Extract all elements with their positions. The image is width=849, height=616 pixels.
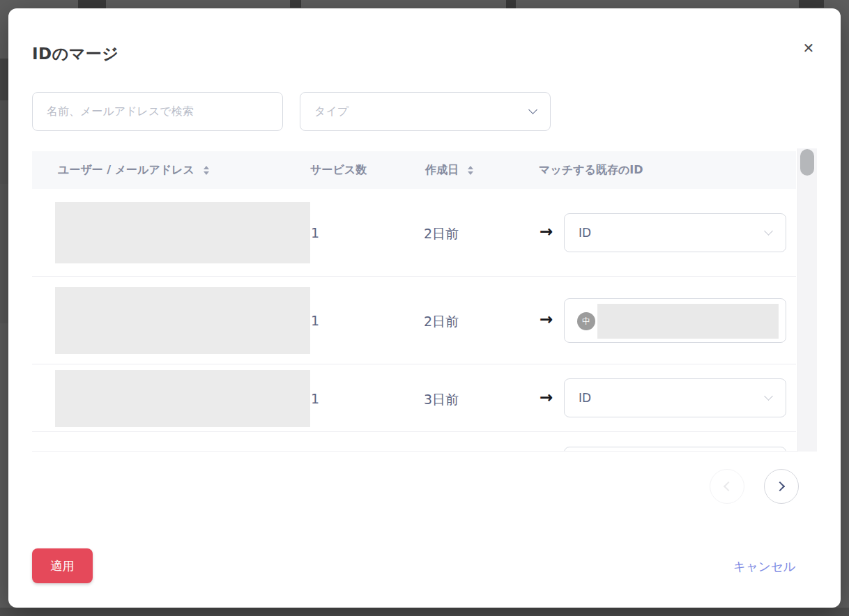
close-button[interactable]: ✕ <box>797 37 820 59</box>
merge-candidates-table: ユーザー / メールアドレス サービス数 作成日 マッチする既存のID 1 <box>32 151 804 452</box>
merge-id-dialog: IDのマージ ✕ タイプ ユーザー / メールアドレス サービス数 作成日 <box>8 8 841 608</box>
underlying-nav-fragment <box>506 0 516 8</box>
redacted-id-value <box>597 304 779 339</box>
merge-arrow-icon: → <box>540 388 553 406</box>
underlying-nav-fragment <box>78 0 106 8</box>
table-row: 1 3日前 → ID <box>32 364 796 432</box>
service-count-value: 1 <box>311 313 319 328</box>
table-scrollbar-track[interactable] <box>797 148 817 452</box>
created-date-value: 2日前 <box>424 225 459 243</box>
column-header-matching-id: マッチする既存のID <box>539 151 643 189</box>
column-header-user-email[interactable]: ユーザー / メールアドレス <box>58 151 209 189</box>
underlying-nav-fragment <box>290 0 301 8</box>
chevron-down-icon <box>764 392 773 401</box>
chevron-down-icon <box>528 105 537 114</box>
id-select[interactable]: ID <box>564 378 786 417</box>
created-date-value: 3日前 <box>424 391 459 409</box>
cancel-link[interactable]: キャンセル <box>733 558 796 575</box>
close-icon: ✕ <box>803 41 815 55</box>
table-scrollbar-thumb[interactable] <box>800 149 814 176</box>
redacted-user-block <box>55 202 310 263</box>
chevron-right-icon <box>775 482 785 491</box>
column-header-label: マッチする既存のID <box>539 163 643 178</box>
chevron-down-icon <box>764 226 773 236</box>
search-input[interactable] <box>32 92 283 131</box>
underlying-nav-fragment <box>799 0 824 8</box>
underlying-page-edge <box>0 59 8 100</box>
merge-arrow-icon: → <box>540 222 553 240</box>
created-date-value: 2日前 <box>424 313 459 331</box>
column-header-label: 作成日 <box>425 163 459 178</box>
id-select-placeholder: ID <box>579 391 591 405</box>
dialog-title: IDのマージ <box>32 43 118 65</box>
dimmed-backdrop: IDのマージ ✕ タイプ ユーザー / メールアドレス サービス数 作成日 <box>0 0 849 616</box>
service-count-value: 1 <box>311 225 319 240</box>
redacted-user-block <box>55 287 310 354</box>
sort-icon <box>468 166 473 175</box>
id-select[interactable] <box>564 447 786 452</box>
id-select-selected[interactable]: 中 <box>564 298 786 343</box>
type-select[interactable]: タイプ <box>300 92 551 131</box>
underlying-page-edge <box>0 100 8 184</box>
table-row: 1 2日前 → ID <box>32 189 796 277</box>
sort-icon <box>204 166 209 175</box>
column-header-label: サービス数 <box>310 163 367 178</box>
chevron-left-icon <box>724 482 733 491</box>
column-header-label: ユーザー / メールアドレス <box>58 163 194 178</box>
table-row-partial <box>32 432 796 452</box>
merge-arrow-icon: → <box>540 310 553 328</box>
column-header-created[interactable]: 作成日 <box>425 151 473 189</box>
type-select-placeholder: タイプ <box>314 105 349 119</box>
table-row: 1 2日前 → 中 <box>32 277 796 364</box>
service-count-value: 1 <box>311 391 319 406</box>
redacted-user-block <box>55 370 310 427</box>
underlying-page-edge <box>0 608 849 616</box>
pagination-next-button[interactable] <box>764 469 799 504</box>
id-select[interactable]: ID <box>564 213 786 252</box>
id-select-placeholder: ID <box>579 226 591 240</box>
pagination-prev-button[interactable] <box>710 469 744 504</box>
table-header-row: ユーザー / メールアドレス サービス数 作成日 マッチする既存のID <box>32 151 796 189</box>
underlying-page-edge <box>0 184 8 323</box>
apply-button[interactable]: 適用 <box>32 548 93 583</box>
avatar: 中 <box>577 312 595 330</box>
column-header-service-count: サービス数 <box>310 151 367 189</box>
